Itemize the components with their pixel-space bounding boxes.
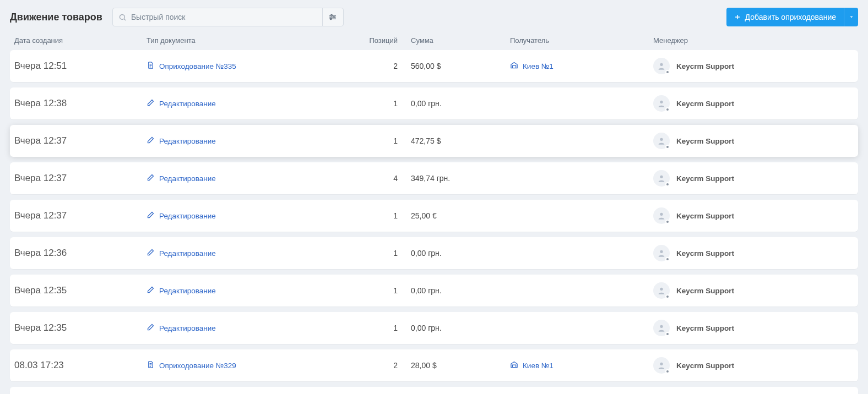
cell-sum: 0,00 грн. xyxy=(411,286,510,295)
svg-point-5 xyxy=(333,17,335,18)
cell-sum: 28,00 $ xyxy=(411,361,510,370)
table-row[interactable]: Вчера 12:35 Редактирование 1 0,00 грн. K… xyxy=(10,275,858,307)
svg-point-3 xyxy=(331,14,333,16)
cell-positions: 1 xyxy=(345,99,411,108)
doc-link[interactable]: Оприходование №329 xyxy=(159,362,236,370)
table-row[interactable]: 08.03 17:23 Оприходование №329 2 28,00 $… xyxy=(10,349,858,381)
th-mgr[interactable]: Менеджер xyxy=(653,36,854,45)
search-icon xyxy=(118,13,127,21)
avatar xyxy=(653,245,670,261)
table-row[interactable]: Вчера 12:36 Редактирование 1 0,00 грн. K… xyxy=(10,237,858,269)
recipient-link[interactable]: Киев №1 xyxy=(523,362,554,370)
doc-link[interactable]: Оприходование №335 xyxy=(159,62,236,70)
manager-name: Keycrm Support xyxy=(676,287,734,295)
page-title: Движение товаров xyxy=(10,12,102,23)
manager-name: Keycrm Support xyxy=(676,212,734,220)
table-row[interactable]: Вчера 12:35 Редактирование 1 0,00 грн. K… xyxy=(10,312,858,344)
svg-point-7 xyxy=(330,18,332,20)
recipient-link[interactable]: Киев №1 xyxy=(523,62,554,70)
person-icon xyxy=(657,99,666,108)
cell-sum: 0,00 грн. xyxy=(411,99,510,108)
doc-link[interactable]: Редактирование xyxy=(159,249,216,258)
svg-point-18 xyxy=(660,363,663,365)
person-icon xyxy=(657,361,666,370)
receipt-icon xyxy=(147,360,155,369)
table-row[interactable]: Вчера 12:37 Редактирование 1 25,00 € Key… xyxy=(10,200,858,232)
warehouse-icon xyxy=(510,360,518,369)
caret-down-icon xyxy=(849,14,854,20)
cell-positions: 1 xyxy=(345,324,411,332)
table-row[interactable]: Вчера 12:51 Оприходование №335 2 560,00 … xyxy=(10,50,858,82)
manager-name: Keycrm Support xyxy=(676,174,734,183)
th-pos[interactable]: Позиций xyxy=(345,36,411,45)
add-button-label: Добавить оприходование xyxy=(745,13,836,21)
avatar xyxy=(653,95,670,112)
plus-icon xyxy=(734,14,741,20)
topbar: Движение товаров Добавить оприходование xyxy=(10,8,858,26)
avatar xyxy=(653,282,670,299)
cell-sum: 0,00 грн. xyxy=(411,324,510,332)
edit-icon xyxy=(147,98,155,107)
edit-icon xyxy=(147,211,155,219)
manager-name: Keycrm Support xyxy=(676,249,734,258)
cell-positions: 2 xyxy=(345,62,411,70)
table-header: Дата создания Тип документа Позиций Сумм… xyxy=(10,36,858,50)
cell-positions: 1 xyxy=(345,211,411,220)
add-receipt-dropdown[interactable] xyxy=(844,8,858,26)
cell-date: Вчера 12:36 xyxy=(14,248,147,259)
avatar xyxy=(653,133,670,149)
person-icon xyxy=(657,286,666,295)
cell-positions: 1 xyxy=(345,286,411,295)
receipt-icon xyxy=(147,61,155,69)
doc-link[interactable]: Редактирование xyxy=(159,174,216,183)
manager-name: Keycrm Support xyxy=(676,324,734,332)
th-rec[interactable]: Получатель xyxy=(510,36,653,45)
add-receipt-button[interactable]: Добавить оприходование xyxy=(726,8,858,26)
cell-date: Вчера 12:35 xyxy=(14,285,147,296)
avatar xyxy=(653,58,670,74)
svg-point-10 xyxy=(660,63,663,66)
cell-date: 08.03 17:23 xyxy=(14,360,147,371)
person-icon xyxy=(657,249,666,258)
cell-date: Вчера 12:37 xyxy=(14,135,147,146)
manager-name: Keycrm Support xyxy=(676,62,734,70)
edit-icon xyxy=(147,248,155,256)
warehouse-icon xyxy=(510,61,518,69)
cell-sum: 349,74 грн. xyxy=(411,174,510,183)
cell-positions: 4 xyxy=(345,174,411,183)
cell-positions: 2 xyxy=(345,361,411,370)
avatar xyxy=(653,320,670,336)
person-icon xyxy=(657,62,666,70)
th-sum[interactable]: Сумма xyxy=(411,36,510,45)
th-date[interactable]: Дата создания xyxy=(14,36,147,45)
svg-point-0 xyxy=(120,14,124,19)
cell-positions: 1 xyxy=(345,136,411,145)
edit-icon xyxy=(147,136,155,144)
doc-link[interactable]: Редактирование xyxy=(159,324,216,332)
person-icon xyxy=(657,174,666,183)
person-icon xyxy=(657,211,666,220)
doc-link[interactable]: Редактирование xyxy=(159,137,216,145)
doc-link[interactable]: Редактирование xyxy=(159,287,216,295)
table-row[interactable]: Вчера 12:37 Редактирование 4 349,74 грн.… xyxy=(10,162,858,194)
doc-link[interactable]: Редактирование xyxy=(159,212,216,220)
doc-link[interactable]: Редактирование xyxy=(159,100,216,108)
table-row[interactable]: Вчера 12:38 Редактирование 1 0,00 грн. K… xyxy=(10,87,858,119)
cell-date: Вчера 12:37 xyxy=(14,210,147,221)
table-row[interactable]: Вчера 12:37 Редактирование 1 472,75 $ Ke… xyxy=(10,125,858,157)
cell-positions: 1 xyxy=(345,249,411,258)
cell-date: Вчера 12:37 xyxy=(14,173,147,184)
th-doc[interactable]: Тип документа xyxy=(147,36,345,45)
cell-date: Вчера 12:51 xyxy=(14,61,147,72)
cell-sum: 25,00 € xyxy=(411,211,510,220)
cell-date: Вчера 12:38 xyxy=(14,98,147,109)
search-input[interactable] xyxy=(131,13,317,21)
search-wrap xyxy=(112,8,344,26)
filter-button[interactable] xyxy=(322,8,343,26)
person-icon xyxy=(657,136,666,145)
person-icon xyxy=(657,324,666,332)
svg-point-11 xyxy=(660,101,663,103)
edit-icon xyxy=(147,323,155,331)
table-row[interactable]: 06.03 21:28 Оприходование №328 1 500,00 … xyxy=(10,387,858,394)
cell-date: Вчера 12:35 xyxy=(14,322,147,333)
